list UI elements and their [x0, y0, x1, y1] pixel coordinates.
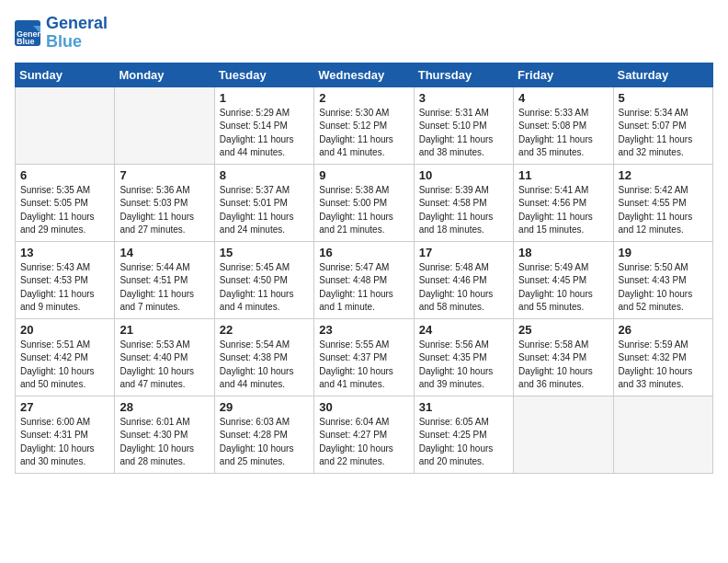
calendar-cell	[16, 86, 115, 164]
day-number: 19	[619, 246, 708, 259]
day-number: 21	[119, 323, 209, 337]
calendar-cell: 16Sunrise: 5:47 AM Sunset: 4:48 PM Dayli…	[314, 241, 414, 318]
day-info: Sunrise: 5:37 AM Sunset: 5:01 PM Dayligh…	[220, 184, 309, 237]
week-row-2: 6Sunrise: 5:35 AM Sunset: 5:05 PM Daylig…	[16, 164, 713, 241]
weekday-header-friday: Friday	[514, 63, 613, 86]
day-info: Sunrise: 5:36 AM Sunset: 5:03 PM Dayligh…	[119, 184, 209, 237]
calendar-cell: 26Sunrise: 5:59 AM Sunset: 4:32 PM Dayli…	[613, 318, 712, 396]
day-info: Sunrise: 5:45 AM Sunset: 4:50 PM Dayligh…	[220, 261, 309, 315]
day-number: 23	[319, 323, 408, 337]
day-info: Sunrise: 5:49 AM Sunset: 4:45 PM Dayligh…	[518, 261, 608, 315]
calendar-cell: 24Sunrise: 5:56 AM Sunset: 4:35 PM Dayli…	[414, 318, 513, 396]
day-number: 2	[319, 91, 408, 105]
day-number: 26	[619, 323, 708, 337]
day-info: Sunrise: 6:01 AM Sunset: 4:30 PM Dayligh…	[119, 416, 209, 469]
day-number: 3	[419, 91, 508, 105]
calendar-cell: 13Sunrise: 5:43 AM Sunset: 4:53 PM Dayli…	[16, 241, 115, 318]
weekday-header-wednesday: Wednesday	[314, 63, 414, 86]
day-info: Sunrise: 5:56 AM Sunset: 4:35 PM Dayligh…	[419, 339, 508, 392]
day-number: 7	[119, 168, 209, 182]
calendar-cell: 23Sunrise: 5:55 AM Sunset: 4:37 PM Dayli…	[314, 318, 414, 396]
logo-icon: General Blue	[15, 20, 40, 46]
day-number: 22	[220, 323, 309, 337]
svg-text:Blue: Blue	[17, 37, 35, 46]
calendar-cell: 9Sunrise: 5:38 AM Sunset: 5:00 PM Daylig…	[314, 164, 414, 241]
calendar-cell: 14Sunrise: 5:44 AM Sunset: 4:51 PM Dayli…	[115, 241, 214, 318]
day-number: 5	[619, 91, 708, 105]
calendar-cell: 28Sunrise: 6:01 AM Sunset: 4:30 PM Dayli…	[115, 396, 214, 473]
day-info: Sunrise: 6:05 AM Sunset: 4:25 PM Dayligh…	[419, 416, 508, 469]
day-info: Sunrise: 5:54 AM Sunset: 4:38 PM Dayligh…	[220, 339, 309, 392]
calendar-cell: 27Sunrise: 6:00 AM Sunset: 4:31 PM Dayli…	[16, 396, 115, 473]
day-number: 30	[319, 400, 408, 414]
calendar-cell: 17Sunrise: 5:48 AM Sunset: 4:46 PM Dayli…	[414, 241, 513, 318]
day-number: 24	[419, 323, 508, 337]
calendar-cell: 30Sunrise: 6:04 AM Sunset: 4:27 PM Dayli…	[314, 396, 414, 473]
day-info: Sunrise: 5:55 AM Sunset: 4:37 PM Dayligh…	[319, 339, 408, 392]
calendar-cell: 18Sunrise: 5:49 AM Sunset: 4:45 PM Dayli…	[514, 241, 613, 318]
logo-text: GeneralBlue	[46, 15, 108, 52]
day-number: 27	[20, 400, 109, 414]
day-info: Sunrise: 5:50 AM Sunset: 4:43 PM Dayligh…	[619, 261, 708, 315]
week-row-4: 20Sunrise: 5:51 AM Sunset: 4:42 PM Dayli…	[16, 318, 713, 396]
weekday-header-saturday: Saturday	[613, 63, 712, 86]
calendar-cell: 6Sunrise: 5:35 AM Sunset: 5:05 PM Daylig…	[16, 164, 115, 241]
week-row-3: 13Sunrise: 5:43 AM Sunset: 4:53 PM Dayli…	[16, 241, 713, 318]
calendar-cell: 12Sunrise: 5:42 AM Sunset: 4:55 PM Dayli…	[613, 164, 712, 241]
day-number: 10	[419, 168, 508, 182]
day-info: Sunrise: 6:00 AM Sunset: 4:31 PM Dayligh…	[20, 416, 109, 469]
day-info: Sunrise: 6:03 AM Sunset: 4:28 PM Dayligh…	[220, 416, 309, 469]
calendar-cell: 20Sunrise: 5:51 AM Sunset: 4:42 PM Dayli…	[16, 318, 115, 396]
calendar-cell: 7Sunrise: 5:36 AM Sunset: 5:03 PM Daylig…	[115, 164, 214, 241]
day-info: Sunrise: 5:58 AM Sunset: 4:34 PM Dayligh…	[518, 339, 608, 392]
calendar-cell: 31Sunrise: 6:05 AM Sunset: 4:25 PM Dayli…	[414, 396, 513, 473]
day-number: 13	[20, 246, 109, 259]
day-info: Sunrise: 5:31 AM Sunset: 5:10 PM Dayligh…	[419, 107, 508, 160]
day-number: 4	[518, 91, 608, 105]
day-info: Sunrise: 5:35 AM Sunset: 5:05 PM Dayligh…	[20, 184, 109, 237]
day-number: 9	[319, 168, 408, 182]
weekday-header-tuesday: Tuesday	[214, 63, 313, 86]
calendar-cell: 25Sunrise: 5:58 AM Sunset: 4:34 PM Dayli…	[514, 318, 613, 396]
day-number: 16	[319, 246, 408, 259]
weekday-header-thursday: Thursday	[414, 63, 513, 86]
day-info: Sunrise: 5:47 AM Sunset: 4:48 PM Dayligh…	[319, 261, 408, 315]
week-row-5: 27Sunrise: 6:00 AM Sunset: 4:31 PM Dayli…	[16, 396, 713, 473]
day-info: Sunrise: 5:48 AM Sunset: 4:46 PM Dayligh…	[419, 261, 508, 315]
weekday-row: SundayMondayTuesdayWednesdayThursdayFrid…	[16, 63, 713, 86]
calendar-cell: 29Sunrise: 6:03 AM Sunset: 4:28 PM Dayli…	[214, 396, 313, 473]
logo: General Blue GeneralBlue	[15, 15, 108, 52]
calendar-cell	[514, 396, 613, 473]
calendar-cell: 4Sunrise: 5:33 AM Sunset: 5:08 PM Daylig…	[514, 86, 613, 164]
weekday-header-monday: Monday	[115, 63, 214, 86]
day-info: Sunrise: 5:44 AM Sunset: 4:51 PM Dayligh…	[119, 261, 209, 315]
weekday-header-sunday: Sunday	[16, 63, 115, 86]
day-number: 17	[419, 246, 508, 259]
calendar-cell: 1Sunrise: 5:29 AM Sunset: 5:14 PM Daylig…	[214, 86, 313, 164]
calendar-cell	[613, 396, 712, 473]
day-info: Sunrise: 5:34 AM Sunset: 5:07 PM Dayligh…	[619, 107, 708, 160]
day-info: Sunrise: 5:29 AM Sunset: 5:14 PM Dayligh…	[220, 107, 309, 160]
calendar-cell: 10Sunrise: 5:39 AM Sunset: 4:58 PM Dayli…	[414, 164, 513, 241]
day-number: 28	[119, 400, 209, 414]
day-info: Sunrise: 5:33 AM Sunset: 5:08 PM Dayligh…	[518, 107, 608, 160]
day-info: Sunrise: 5:51 AM Sunset: 4:42 PM Dayligh…	[20, 339, 109, 392]
day-number: 1	[220, 91, 309, 105]
day-info: Sunrise: 5:39 AM Sunset: 4:58 PM Dayligh…	[419, 184, 508, 237]
day-number: 6	[20, 168, 109, 182]
calendar-cell: 11Sunrise: 5:41 AM Sunset: 4:56 PM Dayli…	[514, 164, 613, 241]
calendar-cell: 15Sunrise: 5:45 AM Sunset: 4:50 PM Dayli…	[214, 241, 313, 318]
calendar-cell: 19Sunrise: 5:50 AM Sunset: 4:43 PM Dayli…	[613, 241, 712, 318]
day-info: Sunrise: 5:59 AM Sunset: 4:32 PM Dayligh…	[619, 339, 708, 392]
calendar-table: SundayMondayTuesdayWednesdayThursdayFrid…	[15, 63, 713, 474]
day-number: 25	[518, 323, 608, 337]
day-number: 31	[419, 400, 508, 414]
day-number: 8	[220, 168, 309, 182]
day-info: Sunrise: 6:04 AM Sunset: 4:27 PM Dayligh…	[319, 416, 408, 469]
day-info: Sunrise: 5:42 AM Sunset: 4:55 PM Dayligh…	[619, 184, 708, 237]
day-number: 20	[20, 323, 109, 337]
week-row-1: 1Sunrise: 5:29 AM Sunset: 5:14 PM Daylig…	[16, 86, 713, 164]
day-info: Sunrise: 5:41 AM Sunset: 4:56 PM Dayligh…	[518, 184, 608, 237]
calendar-cell	[115, 86, 214, 164]
day-info: Sunrise: 5:38 AM Sunset: 5:00 PM Dayligh…	[319, 184, 408, 237]
